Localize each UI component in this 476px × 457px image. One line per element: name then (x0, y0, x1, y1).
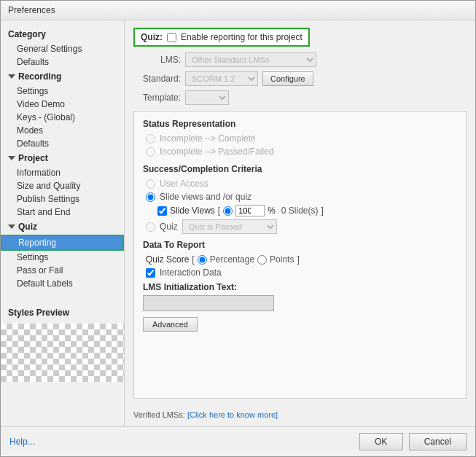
close-bracket-score: ] (297, 254, 299, 265)
standard-select[interactable]: SCORM 1.2 (185, 71, 258, 86)
main-panel: Quiz: Enable reporting for this project … (125, 20, 475, 426)
standard-row: Standard: SCORM 1.2 Configure (133, 71, 467, 86)
percent-radio-group: % (223, 205, 276, 216)
quiz-label-text: Quiz (160, 222, 178, 232)
lms-select[interactable]: Other Standard LMSs (185, 52, 316, 67)
slide-views-text: Slide Views (170, 206, 215, 216)
enable-reporting-label: Enable reporting for this project (181, 32, 303, 42)
verified-lms-link[interactable]: [Click here to know more] (187, 410, 278, 419)
verified-lms-text: Verified LMSs: (133, 410, 185, 419)
percent-radio[interactable] (223, 206, 233, 216)
quiz-enable-box: Quiz: Enable reporting for this project (133, 28, 310, 47)
quiz-enable-row: Quiz: Enable reporting for this project (133, 28, 467, 47)
bottom-bar: Help... OK Cancel (1, 426, 475, 456)
help-link[interactable]: Help... (9, 437, 35, 447)
sidebar-item-reporting[interactable]: Reporting (1, 235, 124, 251)
sidebar-item-defaults-rec[interactable]: Defaults (1, 137, 124, 150)
ok-button[interactable]: OK (359, 433, 403, 450)
sidebar-item-keys-global[interactable]: Keys - (Global) (1, 111, 124, 124)
points-radio[interactable] (257, 255, 267, 265)
sidebar-item-video-demo[interactable]: Video Demo (1, 98, 124, 111)
slide-views-radio[interactable] (146, 192, 155, 202)
data-to-report-title: Data To Report (143, 240, 457, 250)
slide-views-label: Slide views and /or quiz (160, 192, 251, 202)
configure-button[interactable]: Configure (262, 71, 313, 86)
success-criteria-title: Success/Completion Criteria (143, 164, 457, 174)
status-incomplete-complete-row: Incomplete --> Complete (143, 133, 457, 144)
open-bracket-score: [ (192, 254, 194, 265)
sidebar-item-publish-settings[interactable]: Publish Settings (1, 192, 124, 206)
percentage-label: Percentage (210, 254, 254, 265)
sidebar-group-project[interactable]: Project (1, 150, 124, 166)
status-incomplete-passed-radio[interactable] (146, 147, 155, 157)
sidebar-item-information[interactable]: Information (1, 166, 124, 179)
expand-icon (8, 224, 15, 229)
percent-symbol: % (268, 206, 276, 216)
category-label: Category (1, 26, 124, 42)
interaction-data-label: Interaction Data (160, 267, 222, 278)
lms-init-input[interactable] (143, 295, 274, 311)
styles-preview-area (1, 324, 124, 382)
sidebar-item-defaults[interactable]: Defaults (1, 55, 124, 69)
slide-views-detail-row: Slide Views [ % 0 Slide(s) ] (143, 205, 457, 216)
sidebar-item-start-end[interactable]: Start and End (1, 206, 124, 219)
status-incomplete-passed-row: Incomplete --> Passed/Failed (143, 147, 457, 157)
expand-icon (8, 156, 15, 160)
template-label: Template: (133, 93, 181, 103)
quiz-score-row: Quiz Score [ Percentage Points ] (143, 254, 457, 265)
sidebar-item-settings[interactable]: Settings (1, 85, 124, 98)
data-to-report-section: Data To Report Quiz Score [ Percentage P… (143, 240, 457, 332)
quiz-dropdown[interactable]: Quiz is Passed (182, 219, 277, 234)
sidebar-item-modes[interactable]: Modes (1, 124, 124, 137)
lms-label: LMS: (133, 55, 181, 65)
close-bracket: ] (321, 206, 324, 216)
standard-label: Standard: (133, 74, 181, 84)
slide-views-row: Slide views and /or quiz (143, 192, 457, 202)
user-access-row: User Access (143, 179, 457, 189)
slides-count: 0 Slide(s) (281, 206, 319, 216)
advanced-button[interactable]: Advanced (143, 317, 198, 332)
dialog-title: Preferences (8, 5, 55, 15)
sidebar-item-pass-fail[interactable]: Pass or Fail (1, 264, 124, 277)
slide-views-checkbox[interactable] (157, 206, 167, 216)
sidebar-item-size-quality[interactable]: Size and Quality (1, 179, 124, 192)
sidebar-item-settings-quiz[interactable]: Settings (1, 251, 124, 264)
status-rep-title: Status Representation (143, 119, 457, 129)
content-area: Category General Settings Defaults Recor… (1, 20, 475, 426)
sidebar-item-general-settings[interactable]: General Settings (1, 42, 124, 55)
enable-reporting-checkbox[interactable] (167, 33, 176, 42)
preferences-dialog: Preferences Category General Settings De… (0, 0, 476, 457)
lms-init-label: LMS Initialization Text: (143, 282, 457, 292)
lms-row: LMS: Other Standard LMSs (133, 52, 467, 67)
settings-panel: Status Representation Incomplete --> Com… (133, 111, 467, 399)
title-bar: Preferences (1, 1, 475, 20)
styles-preview-section: Styles Preview (1, 305, 124, 382)
percent-input[interactable] (235, 205, 265, 216)
expand-icon (8, 74, 15, 79)
quiz-label: Quiz: (141, 32, 163, 42)
sidebar-item-default-labels[interactable]: Default Labels (1, 277, 124, 290)
styles-preview-label: Styles Preview (1, 305, 124, 321)
interaction-data-row: Interaction Data (143, 267, 457, 278)
quiz-score-label: Quiz Score (146, 254, 189, 265)
sidebar-group-recording[interactable]: Recording (1, 69, 124, 85)
status-incomplete-complete-radio[interactable] (146, 134, 155, 144)
template-select[interactable] (185, 90, 229, 105)
percentage-radio[interactable] (198, 255, 207, 265)
status-incomplete-complete-label: Incomplete --> Complete (160, 133, 256, 144)
status-incomplete-passed-label: Incomplete --> Passed/Failed (160, 147, 273, 157)
template-row: Template: (133, 90, 467, 105)
user-access-label: User Access (160, 179, 208, 189)
verified-lms-row: Verified LMSs: [Click here to know more] (133, 410, 467, 419)
open-bracket: [ (218, 206, 220, 216)
user-access-radio[interactable] (146, 179, 155, 189)
interaction-data-checkbox[interactable] (146, 268, 155, 278)
points-label: Points (270, 254, 294, 265)
cancel-button[interactable]: Cancel (409, 433, 467, 450)
quiz-detail-row: Quiz Quiz is Passed (143, 219, 457, 234)
quiz-radio[interactable] (146, 222, 155, 232)
sidebar-group-quiz[interactable]: Quiz (1, 219, 124, 235)
button-group: OK Cancel (359, 433, 467, 450)
sidebar: Category General Settings Defaults Recor… (1, 20, 125, 426)
